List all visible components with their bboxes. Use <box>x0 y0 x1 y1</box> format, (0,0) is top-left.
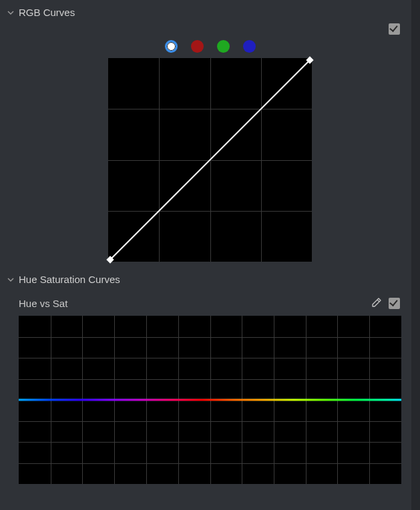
channel-selector <box>0 40 420 53</box>
eyedropper-icon[interactable] <box>370 297 382 309</box>
channel-white-dot[interactable] <box>165 40 178 53</box>
rgb-curves-enable-checkbox[interactable] <box>389 23 400 35</box>
channel-green-dot[interactable] <box>217 40 230 53</box>
hue-sat-curves-title: Hue Saturation Curves <box>19 274 120 285</box>
rgb-curves-title: RGB Curves <box>19 7 75 18</box>
rgb-curves-header[interactable]: RGB Curves <box>0 0 420 22</box>
channel-red-dot[interactable] <box>191 40 204 53</box>
right-scrollbar[interactable] <box>411 0 420 510</box>
curve-handle-end[interactable] <box>306 56 313 63</box>
hue-vs-sat-graph[interactable] <box>19 316 401 484</box>
chevron-down-icon <box>7 9 15 17</box>
hue-vs-sat-label: Hue vs Sat <box>19 298 370 309</box>
chevron-down-icon <box>7 276 15 284</box>
hue-vs-sat-enable-checkbox[interactable] <box>389 298 400 309</box>
hue-gradient-line[interactable] <box>19 399 401 401</box>
hue-sat-curves-header[interactable]: Hue Saturation Curves <box>0 262 420 289</box>
channel-blue-dot[interactable] <box>243 40 256 53</box>
rgb-curve-graph[interactable] <box>108 58 312 262</box>
